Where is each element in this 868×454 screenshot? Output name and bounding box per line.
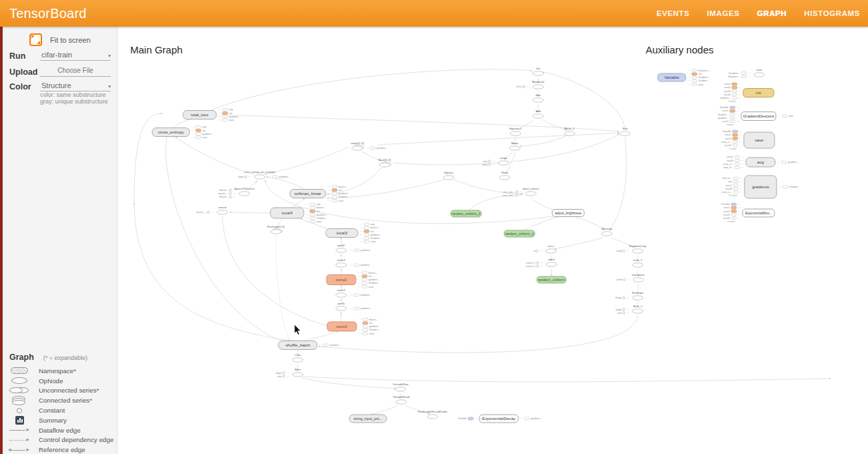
satellite-pill[interactable]: [362, 272, 367, 274]
satellite-pill[interactable]: [363, 328, 368, 331]
graph-node-random_uniform[interactable]: random_uniform: [537, 276, 566, 283]
satellite-pill[interactable]: [731, 210, 736, 213]
graph-node-slice_1[interactable]: Slice_1beginsize: [616, 304, 643, 314]
constant-node[interactable]: [515, 191, 517, 193]
satellite-pill[interactable]: [362, 278, 367, 281]
graph-node-string_input_producer[interactable]: string_input_pro...: [349, 415, 387, 423]
satellite-pill[interactable]: [692, 83, 697, 86]
graph-node-less[interactable]: Lessy: [533, 244, 556, 253]
graph-node-exponential_decay[interactable]: ExponentialDecaygradient...Variable: [458, 415, 541, 423]
graph-node-concat[interactable]: concatconcat_...: [196, 206, 228, 214]
graph-node-variable[interactable]: VariableExponen...initGradient...Gradien…: [658, 69, 710, 86]
graph-node-transpose[interactable]: transposeperm: [617, 273, 645, 282]
graph-node-cast_1[interactable]: Cast_1: [632, 258, 643, 267]
constant-node[interactable]: [244, 176, 246, 178]
satellite-pill[interactable]: [364, 237, 369, 240]
satellite-pill[interactable]: [692, 76, 697, 79]
satellite-pill[interactable]: [782, 115, 787, 118]
graph-node-mean_1[interactable]: Mean_1: [564, 127, 575, 136]
graph-node-cross_entropy_per_example[interactable]: cross_entropy_per_examplegradient...logi…: [238, 171, 290, 179]
graph-node-shuffle_batch[interactable]: shuffle_batchgradient...: [278, 341, 341, 350]
satellite-pill[interactable]: [196, 136, 201, 139]
satellite-pill[interactable]: [364, 234, 369, 236]
graph-node-div[interactable]: Div: [533, 67, 544, 75]
satellite-pill[interactable]: [734, 163, 740, 166]
tab-images[interactable]: IMAGES: [707, 9, 740, 17]
graph-node-reverse[interactable]: Reverse: [602, 227, 613, 236]
satellite-pill[interactable]: [741, 75, 746, 78]
constant-node[interactable]: [229, 192, 231, 194]
graph-node-reshape_1_3[interactable]: Reshape[1-3]: [267, 225, 284, 234]
graph-canvas[interactable]: total_lossavginitgradient...savecross_en…: [0, 0, 868, 454]
graph-node-rank_1_2[interactable]: Rank[1-2]: [379, 158, 391, 167]
satellite-pill[interactable]: [692, 79, 697, 82]
graph-node-rank[interactable]: Rank: [499, 171, 510, 180]
satellite-pill[interactable]: [734, 160, 740, 162]
satellite-pill[interactable]: [468, 417, 473, 420]
satellite-pill[interactable]: [730, 109, 735, 112]
satellite-pill[interactable]: [732, 83, 737, 85]
satellite-pill[interactable]: [362, 275, 367, 278]
graph-node-pack[interactable]: packvalues_1values_2: [526, 258, 557, 268]
graph-node-cast[interactable]: Cast: [292, 353, 303, 362]
constant-node[interactable]: [536, 262, 538, 264]
graph-node-cross_entropy[interactable]: cross_entropyavginitgradient...save: [152, 126, 213, 139]
graph-node-sparse_to_dense[interactable]: SparseToDenseindices...sparse_...default…: [218, 187, 255, 198]
graph-node-softmax_linear[interactable]: softmax_linearbiases...initgradient...Gr…: [290, 186, 349, 202]
satellite-pill[interactable]: [730, 117, 735, 120]
constant-node[interactable]: [623, 278, 625, 280]
satellite-pill[interactable]: [310, 214, 315, 216]
satellite-pill[interactable]: [332, 200, 337, 202]
graph-node-square[interactable]: Square: [443, 171, 454, 180]
satellite-pill[interactable]: [733, 180, 738, 183]
satellite-pill[interactable]: [732, 97, 737, 99]
satellite-pill[interactable]: [731, 206, 736, 209]
constant-node[interactable]: [523, 85, 525, 87]
satellite-pill[interactable]: [310, 220, 315, 223]
constant-node[interactable]: [229, 189, 231, 191]
graph-node-mean[interactable]: Mean: [509, 142, 520, 150]
satellite-pill[interactable]: [783, 186, 788, 188]
satellite-pill[interactable]: [732, 86, 737, 89]
satellite-pill[interactable]: [363, 322, 368, 324]
satellite-pill[interactable]: [692, 69, 697, 72]
fit-to-screen-button[interactable]: Fit to screen: [29, 33, 91, 46]
graph-node-range[interactable]: rangestartdelta: [482, 156, 509, 166]
satellite-pill[interactable]: [732, 90, 737, 93]
graph-node-reader_read[interactable]: ReaderRead: [393, 395, 410, 404]
constant-node[interactable]: [488, 160, 490, 162]
satellite-pill[interactable]: [731, 203, 736, 206]
satellite-pill[interactable]: [733, 184, 738, 187]
graph-node-range_1_3[interactable]: range[1-3]gradient...: [351, 142, 387, 150]
satellite-pill[interactable]: [732, 93, 737, 96]
constant-node[interactable]: [488, 164, 490, 166]
graph-node-avg[interactable]: avggradient...conv1local4cross_e...total…: [722, 156, 799, 169]
satellite-pill[interactable]: [272, 176, 278, 178]
satellite-pill[interactable]: [332, 186, 337, 188]
graph-node-fixed_length_record_reader[interactable]: FixedLengthRecordReader: [418, 411, 448, 419]
graph-node-add[interactable]: Add: [533, 109, 544, 118]
satellite-pill[interactable]: [734, 166, 740, 169]
satellite-pill[interactable]: [222, 119, 228, 122]
satellite-pill[interactable]: [363, 318, 368, 321]
satellite-pill[interactable]: [734, 156, 740, 158]
constant-node[interactable]: [282, 372, 284, 374]
satellite-pill[interactable]: [730, 114, 735, 116]
constant-node[interactable]: [515, 194, 517, 196]
satellite-pill[interactable]: [332, 189, 337, 192]
constant-node[interactable]: [207, 211, 209, 213]
graph-node-random_crop[interactable]: RandomCropseed: [616, 244, 646, 253]
run-select[interactable]: cifar-train ▾: [40, 49, 111, 61]
graph-node-save[interactable]: saveVariableconv1conv2cross_e...local32 …: [720, 130, 775, 150]
graph-node-exponential_mov[interactable]: ExponentialMov...Variableconv1conv2local…: [721, 203, 775, 223]
graph-node-gradients[interactable]: gradientsGradien...total_lo...avgconv1lo…: [721, 176, 799, 198]
graph-node-pool2[interactable]: pool2gradient...: [336, 244, 371, 252]
satellite-pill[interactable]: [730, 120, 735, 123]
graph-node-norm1[interactable]: norm1gradient...: [336, 288, 371, 297]
tab-graph[interactable]: GRAPH: [757, 9, 787, 17]
satellite-pill[interactable]: [332, 196, 337, 198]
satellite-pill[interactable]: [732, 130, 738, 133]
satellite-pill[interactable]: [196, 133, 201, 136]
constant-node[interactable]: [282, 375, 284, 377]
graph-node-decode_raw[interactable]: DecodeRaw: [393, 383, 409, 391]
